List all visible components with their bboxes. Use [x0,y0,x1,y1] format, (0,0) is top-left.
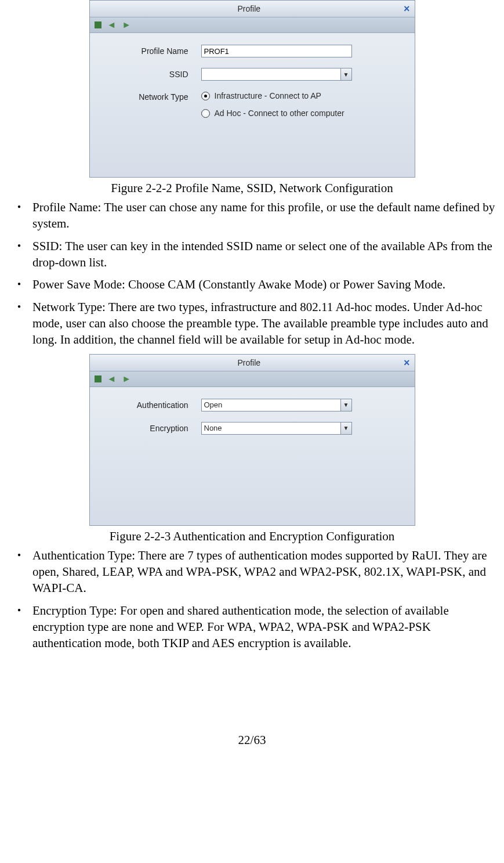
authentication-combo-value: Open [202,400,340,409]
back-arrow-icon[interactable]: ◄ [107,374,117,384]
row-ssid: SSID ▼ [101,68,403,81]
row-network-type: Network Type Infrastructure - Connect to… [101,91,403,118]
forward-arrow-icon[interactable]: ► [122,374,131,384]
encryption-combo-value: None [202,424,340,432]
dialog1-toolbar: ◄ ► [90,17,415,33]
dialog2-body: Authentication Open ▼ Encryption None ▼ [90,387,415,525]
chevron-down-icon: ▼ [340,399,351,411]
radio-infrastructure[interactable]: Infrastructure - Connect to AP [201,91,345,100]
radio-infra-label: Infrastructure - Connect to AP [215,91,321,100]
radio-icon [201,109,210,118]
bullet-list-2: Authentication Type: There are 7 types o… [0,547,504,652]
row-authentication: Authentication Open ▼ [101,399,403,411]
back-arrow-icon[interactable]: ◄ [107,20,117,30]
list-item: Profile Name: The user can chose any nam… [17,199,501,232]
row-profile-name: Profile Name [101,45,403,57]
dialog1-body: Profile Name SSID ▼ Network Type [90,33,415,177]
page-number: 22/63 [0,733,504,748]
encryption-label: Encryption [101,424,201,433]
ssid-label: SSID [101,70,201,79]
profile-name-label: Profile Name [101,46,201,56]
profile-name-input[interactable] [201,45,352,57]
chevron-down-icon: ▼ [340,68,351,80]
list-item: Network Type: There are two types, infra… [17,299,501,348]
radio-icon [201,92,210,100]
chevron-down-icon: ▼ [340,423,351,434]
dialog1-titlebar: Profile × [90,1,415,17]
list-item: Power Save Mode: Choose CAM (Constantly … [17,276,501,293]
list-item: SSID: The user can key in the intended S… [17,238,501,271]
stop-icon[interactable] [95,21,101,28]
row-encryption: Encryption None ▼ [101,422,403,435]
ssid-combo[interactable]: ▼ [201,68,352,81]
dialog1-title: Profile [95,4,404,13]
authentication-combo[interactable]: Open ▼ [201,399,352,411]
forward-arrow-icon[interactable]: ► [122,20,131,30]
dialog2-title: Profile [95,358,404,367]
bullet-list-1: Profile Name: The user can chose any nam… [0,199,504,348]
encryption-combo[interactable]: None ▼ [201,422,352,435]
figure-caption-1: Figure 2-2-2 Profile Name, SSID, Network… [0,181,504,196]
list-item: Encryption Type: For open and shared aut… [17,602,501,652]
close-icon[interactable]: × [404,3,410,14]
radio-adhoc-label: Ad Hoc - Connect to other computer [215,109,345,118]
network-type-label: Network Type [101,91,201,102]
list-item: Authentication Type: There are 7 types o… [17,547,501,597]
stop-icon[interactable] [95,375,101,382]
radio-adhoc[interactable]: Ad Hoc - Connect to other computer [201,109,345,118]
profile-dialog-2: Profile × ◄ ► Authentication Open ▼ Encr… [89,354,415,526]
network-type-radio-group: Infrastructure - Connect to AP Ad Hoc - … [201,91,345,118]
close-icon[interactable]: × [404,358,410,368]
figure-caption-2: Figure 2-2-3 Authentication and Encrypti… [0,529,504,544]
profile-dialog-1: Profile × ◄ ► Profile Name SSID ▼ [89,0,415,178]
authentication-label: Authentication [101,400,201,410]
dialog2-toolbar: ◄ ► [90,371,415,387]
dialog2-titlebar: Profile × [90,355,415,371]
